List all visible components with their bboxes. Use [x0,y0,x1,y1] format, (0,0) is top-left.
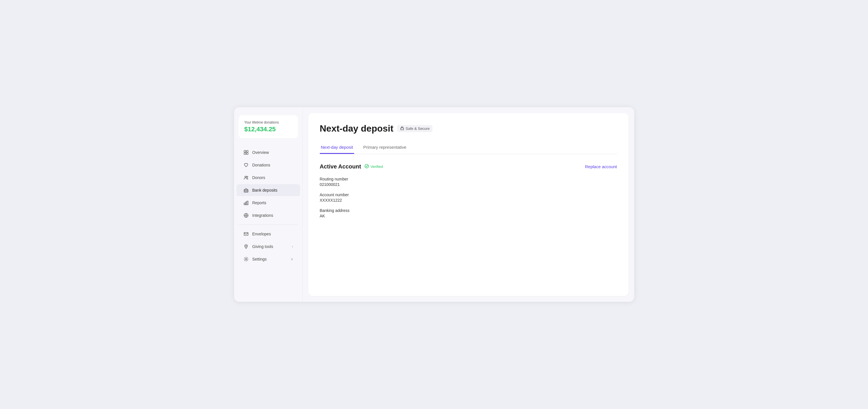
lock-icon [400,126,404,131]
settings-chevron: ∨ [291,257,293,261]
banking-address-label: Banking address [320,208,617,213]
sidebar-item-integrations[interactable]: Integrations [236,209,300,222]
content-card: Next-day deposit Safe & Secure Next-day … [308,113,628,296]
svg-point-21 [245,259,247,260]
svg-rect-10 [244,203,245,205]
account-header: Active Account Verified Replace account [320,163,617,170]
svg-point-23 [365,165,369,168]
integrations-icon [243,212,249,218]
svg-point-5 [247,176,248,177]
routing-number-value: 021000021 [320,182,617,187]
page-title: Next-day deposit [320,123,394,134]
sidebar-bank-deposits-label: Bank deposits [252,188,278,193]
sidebar-item-donors[interactable]: Donors [236,172,300,184]
sidebar-reports-label: Reports [252,201,267,205]
tab-primary-representative[interactable]: Primary representative [362,142,408,154]
account-number-item: Account number XXXXX1222 [320,193,617,203]
banking-address-value: AK [320,214,617,218]
sidebar-integrations-label: Integrations [252,213,273,218]
lifetime-donations-card: Your lifetime donations $12,434.25 [239,115,298,138]
sidebar-item-reports[interactable]: Reports [236,197,300,209]
main-content: Next-day deposit Safe & Secure Next-day … [303,107,634,302]
account-title: Active Account [320,163,361,170]
sidebar-item-overview[interactable]: Overview [236,146,300,158]
giving-tools-chevron: › [292,244,293,249]
lifetime-amount: $12,434.25 [244,125,292,133]
svg-rect-12 [247,201,248,205]
sidebar-item-settings[interactable]: Settings ∨ [236,253,300,265]
account-details: Routing number 021000021 Account number … [320,177,617,218]
lifetime-label: Your lifetime donations [244,120,292,124]
app-container: Your lifetime donations $12,434.25 Overv… [234,107,634,302]
tabs-container: Next-day deposit Primary representative [320,142,617,154]
account-number-label: Account number [320,193,617,197]
sidebar-item-envelopes[interactable]: Envelopes [236,228,300,240]
sidebar-item-donations[interactable]: Donations [236,159,300,171]
giving-tools-icon [243,244,249,250]
page-header: Next-day deposit Safe & Secure [320,123,617,134]
svg-rect-11 [246,202,247,205]
banking-address-item: Banking address AK [320,208,617,218]
sidebar-settings-label: Settings [252,257,267,261]
replace-account-button[interactable]: Replace account [585,164,617,169]
envelope-icon [243,231,249,237]
routing-number-label: Routing number [320,177,617,181]
bank-icon [243,187,249,193]
svg-rect-2 [244,153,246,154]
sidebar-donors-label: Donors [252,175,265,180]
verified-badge: Verified [364,164,383,169]
account-number-value: XXXXX1222 [320,198,617,203]
routing-number-item: Routing number 021000021 [320,177,617,187]
account-title-row: Active Account Verified [320,163,383,170]
sidebar-donations-label: Donations [252,163,270,167]
sidebar-giving-tools-label: Giving tools [252,244,273,249]
nav-divider [239,225,298,225]
settings-icon [243,256,249,262]
grid-icon [243,150,249,155]
svg-rect-22 [401,128,404,130]
secure-label: Safe & Secure [406,126,430,131]
svg-point-4 [245,176,246,178]
heart-icon [243,162,249,168]
svg-rect-1 [246,150,248,152]
sidebar: Your lifetime donations $12,434.25 Overv… [234,107,303,302]
sidebar-item-bank-deposits[interactable]: Bank deposits [236,184,300,196]
verified-check-icon [364,164,369,169]
secure-badge: Safe & Secure [397,125,432,132]
sidebar-item-giving-tools[interactable]: Giving tools › [236,240,300,253]
svg-rect-0 [244,150,246,152]
bar-chart-icon [243,200,249,206]
svg-rect-3 [246,153,248,154]
users-icon [243,175,249,180]
verified-label: Verified [370,165,383,169]
sidebar-envelopes-label: Envelopes [252,232,271,236]
tab-next-day-deposit[interactable]: Next-day deposit [320,142,354,154]
sidebar-overview-label: Overview [252,150,269,155]
svg-point-20 [246,246,246,246]
